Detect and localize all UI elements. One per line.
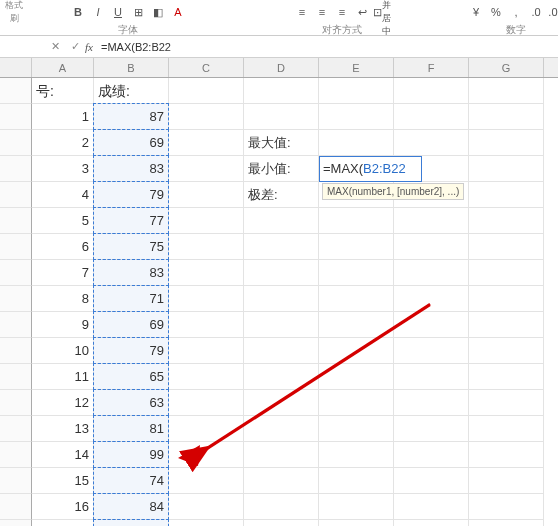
cell[interactable] [469, 494, 544, 520]
cell[interactable] [469, 182, 544, 208]
cell[interactable]: 9 [32, 312, 94, 338]
cell[interactable] [244, 390, 319, 416]
row-header[interactable] [0, 520, 32, 526]
col-header-b[interactable]: B [94, 58, 169, 77]
cell[interactable]: 65 [94, 364, 169, 390]
cell[interactable]: 74 [94, 468, 169, 494]
cell[interactable] [469, 390, 544, 416]
row-header[interactable] [0, 442, 32, 468]
cell[interactable] [394, 468, 469, 494]
cell[interactable]: 极差: [244, 182, 319, 208]
comma-button[interactable]: , [507, 3, 525, 21]
row-header[interactable] [0, 182, 32, 208]
cell[interactable] [319, 130, 394, 156]
cell[interactable]: 7 [32, 260, 94, 286]
cell[interactable]: 6 [32, 234, 94, 260]
row-header[interactable] [0, 312, 32, 338]
wrap-button[interactable]: ↩ [353, 3, 371, 21]
cell[interactable]: 1 [32, 104, 94, 130]
cell[interactable] [394, 312, 469, 338]
cell[interactable] [169, 208, 244, 234]
percent-button[interactable]: % [487, 3, 505, 21]
cell[interactable] [319, 208, 394, 234]
cell[interactable]: 83 [94, 260, 169, 286]
cell[interactable] [244, 234, 319, 260]
cell[interactable] [394, 338, 469, 364]
cell[interactable] [244, 286, 319, 312]
bold-button[interactable]: B [69, 3, 87, 21]
cell[interactable]: 11 [32, 364, 94, 390]
cell[interactable] [394, 130, 469, 156]
col-header-g[interactable]: G [469, 58, 544, 77]
cancel-button[interactable]: ✕ [45, 38, 65, 56]
cell[interactable] [319, 260, 394, 286]
cell[interactable]: 69 [94, 312, 169, 338]
cell[interactable] [394, 442, 469, 468]
confirm-button[interactable]: ✓ [65, 38, 85, 56]
cell[interactable] [319, 390, 394, 416]
cell[interactable]: 81 [94, 416, 169, 442]
cell[interactable]: 号: [32, 78, 94, 104]
cell[interactable]: 2 [32, 130, 94, 156]
cell[interactable]: 71 [94, 286, 169, 312]
cell[interactable]: 14 [32, 442, 94, 468]
cell[interactable] [319, 78, 394, 104]
cell[interactable] [169, 130, 244, 156]
cell[interactable] [469, 156, 544, 182]
cell[interactable]: 3 [32, 156, 94, 182]
fx-label[interactable]: fx [85, 41, 93, 53]
cell[interactable] [244, 260, 319, 286]
decimal-dec-button[interactable]: .00 [547, 3, 558, 21]
align-center-button[interactable]: ≡ [313, 3, 331, 21]
align-right-button[interactable]: ≡ [333, 3, 351, 21]
cell[interactable] [469, 442, 544, 468]
italic-button[interactable]: I [89, 3, 107, 21]
col-header-a[interactable]: A [32, 58, 94, 77]
cell[interactable] [319, 442, 394, 468]
cell[interactable] [169, 260, 244, 286]
cell[interactable] [244, 520, 319, 526]
cell[interactable] [469, 364, 544, 390]
cell[interactable] [169, 520, 244, 526]
cell[interactable] [319, 468, 394, 494]
cell[interactable]: 8 [32, 286, 94, 312]
cell[interactable] [394, 286, 469, 312]
row-header[interactable] [0, 78, 32, 104]
cell[interactable] [394, 416, 469, 442]
cell[interactable]: 99 [94, 442, 169, 468]
cell[interactable] [394, 364, 469, 390]
cell[interactable] [244, 78, 319, 104]
cell[interactable] [244, 208, 319, 234]
row-header[interactable] [0, 338, 32, 364]
cell[interactable] [469, 130, 544, 156]
cell[interactable] [169, 364, 244, 390]
cell[interactable] [319, 286, 394, 312]
cell[interactable]: 79 [94, 338, 169, 364]
cell[interactable]: 87 [94, 104, 169, 130]
underline-button[interactable]: U [109, 3, 127, 21]
cell[interactable] [244, 416, 319, 442]
cell[interactable] [244, 494, 319, 520]
cell[interactable] [319, 104, 394, 130]
cell[interactable]: 5 [32, 208, 94, 234]
col-header-d[interactable]: D [244, 58, 319, 77]
cell[interactable] [469, 286, 544, 312]
cell[interactable] [469, 104, 544, 130]
fill-color-button[interactable]: ◧ [149, 3, 167, 21]
currency-button[interactable]: ¥ [467, 3, 485, 21]
cell[interactable] [169, 338, 244, 364]
cell[interactable]: 69 [94, 130, 169, 156]
cell[interactable]: 最小值: [244, 156, 319, 182]
cell[interactable]: 83 [94, 156, 169, 182]
cell[interactable] [169, 182, 244, 208]
cell[interactable]: 75 [94, 234, 169, 260]
cell[interactable] [469, 260, 544, 286]
cell[interactable] [169, 390, 244, 416]
cell[interactable] [169, 312, 244, 338]
row-header[interactable] [0, 130, 32, 156]
cell[interactable] [169, 442, 244, 468]
cell[interactable] [244, 468, 319, 494]
row-header[interactable] [0, 390, 32, 416]
cell[interactable]: 最大值: [244, 130, 319, 156]
cell[interactable] [169, 156, 244, 182]
